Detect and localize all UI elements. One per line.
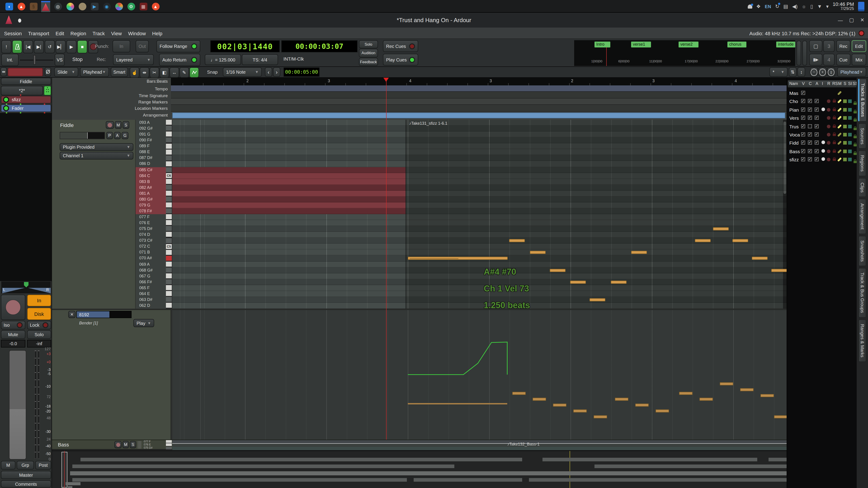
range-tool[interactable]: ⇹ [140, 67, 149, 78]
nudge-clock[interactable]: 00:00:05:00 [283, 67, 320, 77]
rec-page-button[interactable]: Rec [836, 40, 850, 52]
play-button[interactable]: ▶ [66, 40, 76, 53]
menu-track[interactable]: Track [89, 31, 108, 36]
column-header-r[interactable]: R [827, 81, 830, 86]
visibility-checkbox[interactable]: ✓ [815, 132, 819, 136]
visibility-checkbox[interactable]: ✓ [801, 91, 805, 95]
visibility-checkbox[interactable]: ✓ [815, 157, 819, 161]
pan-widget[interactable]: L R [1, 281, 51, 294]
solo-isolate-icon[interactable] [848, 158, 852, 161]
visibility-checkbox[interactable]: ✓ [815, 99, 819, 103]
bass-rec-button[interactable] [114, 441, 122, 448]
record-enable-button[interactable] [1, 295, 25, 320]
midi-note[interactable] [713, 227, 729, 230]
rec-mode-dropdown[interactable]: Layered ▼ [113, 54, 154, 65]
solo-isolate-icon[interactable] [848, 108, 852, 111]
timeline-marker-interlude[interactable]: interlude [776, 41, 795, 47]
solo-safe-icon[interactable] [843, 150, 847, 153]
arrangement-region-bar[interactable] [172, 112, 785, 119]
goto-start-button[interactable]: |◀ [23, 40, 33, 53]
comments-button[interactable]: Comments [1, 480, 51, 488]
taskbar-icon-photo-app[interactable] [114, 1, 123, 11]
mini-timeline[interactable]: Introverse1verse2chorusinterlude1|00|006… [574, 40, 795, 66]
tempo-ruler[interactable] [171, 86, 786, 92]
dropbox-icon[interactable]: ❖ [756, 3, 761, 9]
visibility-checkbox[interactable]: ✓ [808, 116, 812, 120]
visibility-checkbox[interactable]: ✓ [815, 141, 819, 145]
midi-note[interactable] [733, 239, 748, 242]
gain-readout[interactable]: -0.0 [1, 340, 25, 348]
bass-key[interactable] [166, 447, 172, 450]
timesig-ruler[interactable] [171, 92, 786, 98]
piano-roll[interactable]: 093 A092 G#091 G090 F#089 F088 E087 D#08… [135, 120, 786, 308]
marker-menu-dropdown[interactable]: * ▼ [770, 67, 787, 77]
table-row-mas[interactable]: Mas✓ [787, 89, 857, 97]
solo-button-strip[interactable]: Solo [27, 330, 51, 339]
draw-tool[interactable]: ✎ [180, 67, 189, 78]
region-name-label[interactable]: ♪Take131_sfizz 1-6.1 [409, 121, 447, 126]
midi-note[interactable] [771, 269, 786, 272]
visibility-checkbox[interactable]: ✓ [801, 141, 805, 145]
tab-arrangement[interactable]: Arrangement [859, 199, 866, 234]
midi-note[interactable] [590, 298, 605, 301]
visibility-checkbox[interactable]: ✓ [801, 107, 805, 111]
midi-note[interactable] [695, 239, 711, 242]
monitor-button[interactable]: ▮▶ [809, 54, 822, 66]
taskbar-icon-ardour[interactable] [41, 1, 50, 12]
menu-edit[interactable]: Edit [53, 31, 67, 36]
bender-curve[interactable] [172, 310, 786, 440]
bass-key[interactable] [166, 444, 172, 447]
range-markers-ruler[interactable] [171, 98, 786, 105]
lane-close-button[interactable]: ✕ [68, 311, 75, 318]
column-header-c[interactable]: C [809, 81, 812, 86]
visibility-checkbox[interactable]: ✓ [801, 132, 805, 136]
timeline-marker-verse1[interactable]: verse1 [631, 41, 651, 47]
goto-end-button[interactable]: ▶| [34, 40, 44, 53]
lane-mode-dropdown[interactable]: Play ▼ [133, 319, 154, 327]
nudge-back-button[interactable]: ‹ [265, 67, 272, 77]
table-row-voca[interactable]: Voca✓✓✓ [787, 131, 857, 139]
midi-note[interactable] [631, 251, 647, 254]
visibility-checkbox[interactable]: ✓ [815, 149, 819, 153]
punch-out-button[interactable]: Out [135, 40, 149, 53]
edit-page-button[interactable]: Edit [852, 40, 866, 52]
shuttle-handle[interactable] [33, 55, 36, 65]
taskbar-icon-paint-app[interactable] [66, 1, 74, 11]
tempo-button[interactable]: ♩= 125.000 [205, 54, 241, 65]
taskbar-icon-gimp[interactable] [78, 1, 87, 11]
brightness-icon[interactable]: ☼ [802, 4, 806, 9]
volume-icon[interactable]: ◀) [792, 3, 798, 9]
solo-isolate-icon[interactable] [848, 116, 852, 120]
edit-point-dropdown[interactable]: Playhead ▼ [80, 67, 109, 77]
nudge-forward-button[interactable]: › [273, 67, 280, 77]
panel-rec-button[interactable] [106, 121, 114, 129]
solo-safe-icon[interactable] [843, 141, 847, 145]
minimize-button[interactable]: — [838, 18, 843, 23]
midi-note[interactable] [530, 251, 546, 254]
visibility-checkbox[interactable]: ✓ [815, 124, 819, 128]
timeline-marker-verse2[interactable]: verse2 [679, 41, 699, 47]
column-header-i[interactable]: I [822, 81, 823, 86]
auto-return-button[interactable]: Auto Return [159, 54, 200, 66]
bass-key[interactable] [166, 440, 172, 443]
midi-note[interactable] [509, 239, 525, 242]
menu-session[interactable]: Session [1, 31, 25, 36]
bars-beats-ruler[interactable] [171, 78, 786, 86]
metronome-button[interactable] [12, 40, 22, 53]
metering-point-button[interactable]: M [1, 461, 16, 469]
visibility-checkbox[interactable]: ✓ [815, 116, 819, 120]
midi-panic-button[interactable]: ! [1, 40, 11, 53]
visibility-checkbox[interactable]: ✓ [808, 132, 812, 136]
table-row-pian[interactable]: Pian✓✓✓ [787, 106, 857, 114]
visibility-checkbox[interactable]: ✓ [801, 124, 805, 128]
grab-tool[interactable]: ☝ [130, 67, 139, 78]
taskbar-icon-wallet-app[interactable]: § [29, 1, 38, 11]
menu-window[interactable]: Window [125, 31, 149, 36]
solo-isolate-icon[interactable] [848, 141, 852, 145]
lane-value-field[interactable]: 8192 [76, 311, 131, 318]
zoom-in-button[interactable]: + [819, 67, 827, 77]
output-button[interactable]: Master [1, 471, 51, 479]
network-icon[interactable]: ▼ [817, 4, 822, 9]
group-button[interactable]: Grp [17, 461, 34, 469]
panel-mute-button[interactable]: M [115, 121, 122, 129]
